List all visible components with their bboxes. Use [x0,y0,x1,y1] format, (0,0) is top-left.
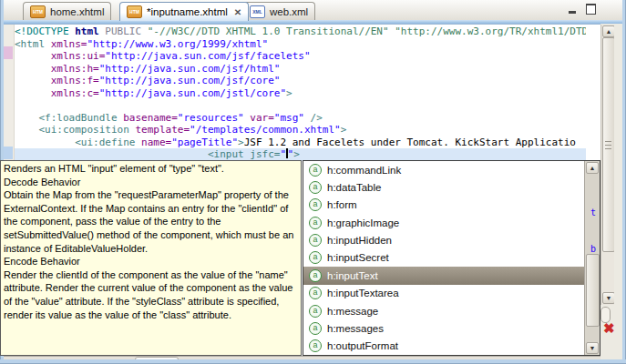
jsf-tag-icon: a [309,339,322,352]
completion-item[interactable]: ah:inputSecret [303,249,585,267]
code-line[interactable]: <html xmlns="http://www.w3.org/1999/xhtm… [15,38,586,51]
minimize-view-icon[interactable] [566,4,579,15]
popup-scrollbar[interactable]: ▲ ▼ [584,161,600,355]
jsf-tag-icon: a [309,198,322,211]
scroll-down-icon[interactable]: ▼ [586,342,599,354]
completion-label: h:inputSecret [327,252,389,263]
code-line[interactable] [15,99,586,112]
tab-label: *inputname.xhtml [147,6,228,17]
code-fragment: t [590,207,596,217]
completion-label: h:commandLink [327,165,401,176]
code-line[interactable]: xmlns:f="http://java.sun.com/jsf/core" [15,75,586,87]
completion-item[interactable]: ah:commandLink [303,161,585,178]
scroll-down-icon[interactable]: ▼ [602,292,615,304]
completion-label: h:inputTextarea [327,288,399,298]
tab-inputname-xhtml[interactable]: HTM *inputname.xhtml ✕ [119,2,249,21]
editor-tab-bar: HTM home.xhtml HTM *inputname.xhtml ✕ XM… [0,0,626,20]
code-line[interactable]: <!DOCTYPE html PUBLIC "-//W3C//DTD XHTML… [15,25,586,38]
jsf-tag-icon: a [309,251,322,264]
code-line[interactable]: xmlns:ui="http://java.sun.com/jsf/facele… [15,50,586,63]
completion-label: h:message [327,306,378,317]
tab-label: web.xml [270,6,308,17]
jsf-tag-icon: a [309,217,322,229]
code-line[interactable]: <input jsfc=""> [15,148,586,161]
completion-item[interactable]: ah:dataTable [303,178,585,196]
completion-label: h:inputHidden [327,235,392,246]
change-marker [4,46,13,59]
code-line[interactable]: <f:loadBundle basename="resources" var="… [15,112,586,125]
jsf-tag-icon: a [309,305,322,318]
xml-file-icon: XML [250,5,265,18]
tab-home-xhtml[interactable]: HTM home.xhtml [23,2,111,21]
completion-item[interactable]: ah:outputFormat [303,338,585,355]
html-file-icon: HTM [30,5,46,18]
tab-label: home.xhtml [50,6,104,17]
completion-label: h:form [327,199,357,210]
completion-label: h:messages [327,323,384,334]
scroll-up-icon[interactable]: ▲ [586,162,599,174]
editor-scrollbar-thumb[interactable] [602,37,615,252]
completion-doc-tooltip: Renders an HTML "input" element of "type… [0,160,302,356]
jsf-tag-icon: a [309,269,322,282]
jsf-tag-icon: a [309,181,322,194]
maximize-view-icon[interactable] [584,4,597,15]
completion-item[interactable]: ah:form [303,197,585,214]
current-line-marker [4,147,13,159]
completion-label: h:graphicImage [327,217,399,228]
completion-item[interactable]: ah:inputTextarea [303,285,585,302]
window-frame-bottom [0,359,626,364]
autocomplete-popup[interactable]: ah:commandLinkah:dataTableah:formah:grap… [303,160,600,356]
completion-label: h:inputText [327,270,378,281]
view-controls [566,4,597,15]
completion-item[interactable]: ah:graphicImage [303,214,585,231]
tab-web-xml[interactable]: XML web.xml [242,2,315,21]
completion-item[interactable]: ah:message [303,302,585,319]
code-fragment: b [590,244,596,254]
jsf-tag-icon: a [309,287,322,299]
code-line[interactable]: <ui:define name="pageTitle">JSF 1.2 and … [15,136,586,149]
completion-item[interactable]: ah:messages [303,319,585,337]
html-file-icon: HTM [127,5,142,18]
error-marker-icon[interactable]: ✖ [603,320,615,337]
jsf-tag-icon: a [309,322,322,335]
code-line[interactable]: <ui:composition template="/templates/com… [15,124,586,136]
completion-label: h:dataTable [327,182,381,193]
completion-label: h:outputFormat [327,340,398,351]
completion-item[interactable]: ah:inputText [303,267,585,284]
popup-scrollbar-thumb[interactable] [586,254,600,327]
completion-item[interactable]: ah:inputHidden [303,231,585,248]
completion-list[interactable]: ah:commandLinkah:dataTableah:formah:grap… [303,161,585,355]
window-frame-right [622,0,626,364]
scroll-up-icon[interactable]: ▲ [602,25,615,37]
editor-vertical-scrollbar[interactable]: ▲ ▼ [600,25,615,305]
jsf-tag-icon: a [309,164,322,177]
jsf-tag-icon: a [309,234,322,247]
code-line[interactable]: xmlns:c="http://java.sun.com/jstl/core"> [15,87,586,100]
close-tab-icon[interactable]: ✕ [234,7,241,17]
code-line[interactable]: xmlns:h="http://java.sun.com/jsf/html" [15,63,586,76]
